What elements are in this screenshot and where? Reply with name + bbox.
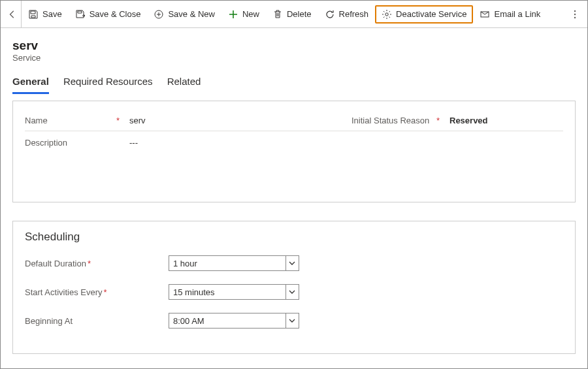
delete-label: Delete (287, 9, 312, 19)
field-row-name-status: Name * serv Initial Status Reason * Rese… (25, 110, 563, 131)
description-value[interactable]: --- (129, 138, 286, 148)
beginning-at-select[interactable]: 8:00 AM (169, 313, 299, 329)
scheduling-section: Scheduling Default Duration* 1 hour Star… (12, 221, 576, 354)
form-tabs: General Required Resources Related (1, 67, 587, 94)
gear-icon (382, 9, 392, 20)
duration-value: 1 hour (173, 259, 197, 268)
refresh-button[interactable]: Refresh (318, 5, 376, 24)
svg-point-5 (574, 16, 576, 18)
svg-point-1 (385, 12, 388, 15)
name-value[interactable]: serv (129, 116, 286, 125)
save-new-icon (154, 9, 164, 20)
svg-point-3 (574, 10, 576, 11)
save-new-label: Save & New (168, 9, 215, 19)
svg-point-4 (574, 13, 576, 14)
command-bar: Save Save & Close Save & New New Delete … (1, 1, 587, 28)
refresh-label: Refresh (339, 9, 369, 19)
trash-icon (272, 9, 283, 20)
chevron-down-icon (286, 313, 297, 328)
start-every-value: 15 minutes (173, 287, 215, 297)
field-row-start-every: Start Activities Every* 15 minutes (25, 284, 563, 300)
duration-select[interactable]: 1 hour (169, 255, 299, 271)
general-section: Name * serv Initial Status Reason * Rese… (12, 101, 576, 202)
chevron-down-icon (286, 256, 297, 270)
record-header: serv Service (1, 28, 587, 67)
save-close-label: Save & Close (90, 9, 141, 19)
save-button[interactable]: Save (22, 5, 69, 24)
description-label: Description (25, 138, 116, 148)
save-new-button[interactable]: Save & New (147, 5, 221, 24)
tab-general[interactable]: General (12, 73, 49, 94)
start-every-select[interactable]: 15 minutes (169, 284, 299, 300)
beginning-at-label: Beginning At (25, 316, 155, 326)
field-row-duration: Default Duration* 1 hour (25, 255, 563, 271)
email-link-label: Email a Link (494, 9, 540, 19)
form-content: Name * serv Initial Status Reason * Rese… (1, 94, 587, 354)
status-label: Initial Status Reason (351, 116, 436, 125)
save-icon (28, 9, 39, 20)
required-marker: * (436, 116, 449, 125)
required-marker: * (88, 259, 91, 268)
scheduling-heading: Scheduling (25, 231, 563, 244)
name-label: Name (25, 116, 116, 125)
beginning-at-value: 8:00 AM (173, 316, 204, 326)
save-close-button[interactable]: Save & Close (69, 5, 148, 24)
entity-type-label: Service (12, 53, 576, 63)
save-close-icon (75, 9, 86, 20)
save-label: Save (42, 9, 62, 19)
required-marker: * (116, 116, 129, 125)
deactivate-service-button[interactable]: Deactivate Service (375, 5, 473, 24)
tab-related[interactable]: Related (167, 73, 201, 94)
overflow-button[interactable] (565, 1, 585, 28)
duration-label: Default Duration* (25, 259, 155, 268)
new-label: New (242, 9, 259, 19)
more-vertical-icon (570, 9, 580, 20)
back-button[interactable] (3, 1, 22, 28)
field-row-description: Description --- (25, 131, 563, 190)
chevron-down-icon (286, 285, 297, 299)
record-title: serv (12, 39, 576, 53)
field-row-beginning-at: Beginning At 8:00 AM (25, 313, 563, 329)
new-button[interactable]: New (221, 5, 266, 24)
delete-button[interactable]: Delete (266, 5, 318, 24)
plus-icon (228, 9, 238, 20)
email-icon (480, 9, 490, 20)
refresh-icon (325, 9, 335, 20)
email-link-button[interactable]: Email a Link (473, 5, 547, 24)
start-every-label: Start Activities Every* (25, 287, 155, 297)
status-value[interactable]: Reserved (449, 116, 554, 125)
chevron-left-icon (8, 10, 17, 19)
tab-required-resources[interactable]: Required Resources (63, 73, 153, 94)
required-marker: * (103, 287, 106, 297)
deactivate-label: Deactivate Service (396, 9, 466, 19)
